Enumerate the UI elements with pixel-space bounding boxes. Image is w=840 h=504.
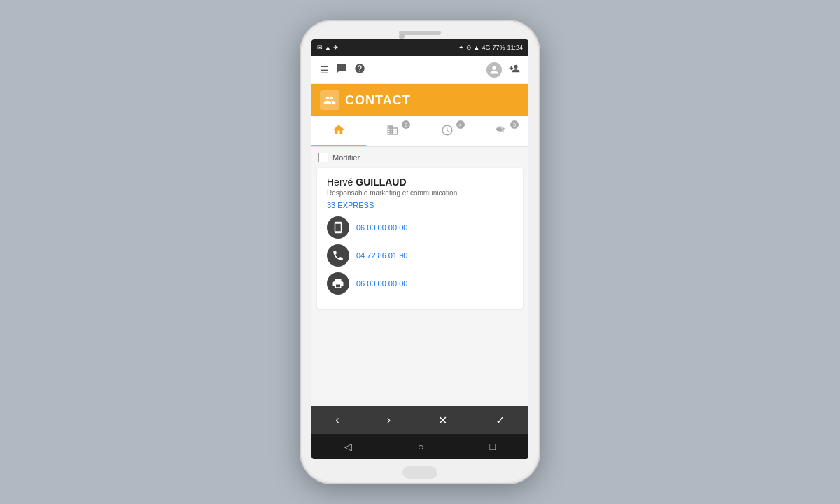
forward-button[interactable]: › — [380, 411, 398, 429]
page-title: CONTACT — [345, 93, 411, 108]
fax-icon — [327, 272, 349, 295]
clock-tab-icon — [441, 124, 454, 139]
close-button[interactable]: ✕ — [431, 411, 454, 430]
contact-role: Responsable marketing et communication — [327, 189, 513, 197]
nav-tabs: 2 4 3 — [312, 116, 528, 147]
contact-phone-landline: 04 72 86 01 90 — [327, 244, 513, 267]
app-bar-right — [486, 62, 520, 78]
building-badge: 2 — [402, 120, 410, 129]
contact-phone-fax: 06 00 00 00 00 — [327, 272, 513, 295]
landline-number[interactable]: 04 72 86 01 90 — [356, 251, 407, 260]
contact-lastname: GUILLAUD — [356, 176, 406, 188]
battery-level: 77% — [492, 44, 505, 51]
handshake-tab-icon — [494, 124, 508, 139]
network-type: 4G — [482, 44, 490, 51]
android-nav: ◁ ○ □ — [312, 434, 528, 459]
status-right-icons: ✦ ⊙ ▲ 4G 77% 11:24 — [458, 44, 523, 51]
back-button[interactable]: ‹ — [328, 411, 346, 429]
android-recent-button[interactable]: □ — [490, 441, 496, 452]
mobile-icon — [327, 216, 349, 239]
fax-number[interactable]: 06 00 00 00 00 — [356, 279, 407, 288]
phone-icon — [327, 244, 349, 267]
phone-frame: ✉ ▲ ✈ ✦ ⊙ ▲ 4G 77% 11:24 ☰ — [301, 21, 539, 483]
modifier-row: Modifier — [312, 147, 528, 168]
modifier-checkbox[interactable] — [318, 153, 328, 162]
phone-screen: ✉ ▲ ✈ ✦ ⊙ ▲ 4G 77% 11:24 ☰ — [312, 39, 528, 459]
building-tab-icon — [386, 124, 399, 139]
mobile-number[interactable]: 06 00 00 00 00 — [356, 223, 407, 232]
content-area: Modifier Hervé GUILLAUD Responsable mark… — [312, 147, 528, 406]
status-bar: ✉ ▲ ✈ ✦ ⊙ ▲ 4G 77% 11:24 — [312, 39, 528, 56]
tab-home[interactable] — [312, 116, 366, 146]
app-bar-left: ☰ — [320, 63, 365, 76]
status-left-icons: ✉ ▲ ✈ — [317, 44, 339, 51]
contact-firstname: Hervé — [327, 176, 353, 188]
history-badge: 4 — [456, 120, 465, 129]
chat-icon[interactable] — [336, 63, 347, 76]
airplane-icon: ✈ — [333, 44, 339, 51]
contact-phone-mobile: 06 00 00 00 00 — [327, 216, 513, 239]
tab-building[interactable]: 2 — [366, 116, 421, 146]
speaker — [399, 31, 441, 35]
add-contact-icon[interactable] — [509, 63, 520, 76]
confirm-button[interactable]: ✓ — [489, 411, 512, 430]
contact-company[interactable]: 33 EXPRESS — [327, 201, 513, 209]
contact-header: CONTACT — [312, 84, 528, 116]
app-bar: ☰ — [312, 56, 528, 84]
email-icon: ✉ — [317, 44, 323, 51]
avatar[interactable] — [486, 62, 502, 78]
deals-badge: 3 — [510, 120, 519, 129]
camera-dot — [399, 34, 405, 39]
time-display: 11:24 — [507, 44, 523, 51]
android-back-button[interactable]: ◁ — [344, 441, 352, 452]
modifier-label: Modifier — [332, 153, 360, 162]
signal-icon: ▲ — [474, 44, 480, 51]
action-bar: ‹ › ✕ ✓ — [312, 406, 528, 434]
contact-card: Hervé GUILLAUD Responsable marketing et … — [317, 168, 523, 309]
bluetooth-icon: ✦ — [458, 44, 464, 51]
contact-name: Hervé GUILLAUD — [327, 176, 513, 188]
contact-header-icon — [320, 90, 340, 110]
wifi-icon: ▲ — [325, 44, 331, 51]
alarm-icon: ⊙ — [466, 44, 472, 51]
tab-deals[interactable]: 3 — [475, 116, 529, 146]
hamburger-menu-icon[interactable]: ☰ — [320, 64, 329, 76]
android-home-button[interactable]: ○ — [418, 441, 424, 452]
help-icon[interactable] — [354, 63, 365, 76]
physical-home-button[interactable] — [402, 466, 438, 479]
tab-history[interactable]: 4 — [420, 116, 475, 146]
home-tab-icon — [332, 123, 345, 139]
